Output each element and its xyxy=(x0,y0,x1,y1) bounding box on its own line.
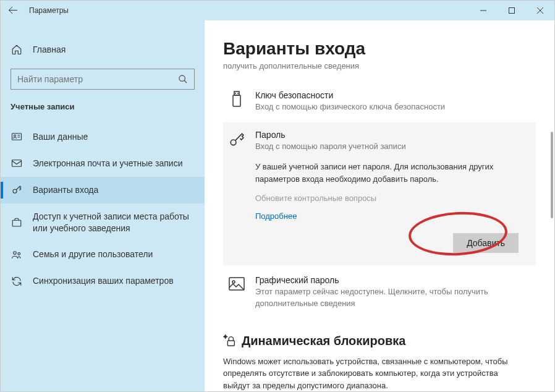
option-title: Графический пароль xyxy=(255,275,531,285)
sidebar-item-label: Семья и другие пользователи xyxy=(33,249,153,260)
svg-rect-1 xyxy=(509,8,515,14)
option-picture-password[interactable]: Графический пароль Этот параметр сейчас … xyxy=(223,268,536,316)
sidebar-section-header: Учетные записи xyxy=(1,90,205,116)
usb-icon xyxy=(228,90,245,108)
svg-rect-12 xyxy=(12,220,21,226)
option-password[interactable]: Пароль Вход с помощью пароля учетной зап… xyxy=(223,122,536,265)
people-icon xyxy=(11,249,23,260)
sidebar-item-label: Синхронизация ваших параметров xyxy=(33,275,174,287)
option-security-key[interactable]: Ключ безопасности Вход с помощью физичес… xyxy=(223,83,536,120)
person-card-icon xyxy=(11,131,23,142)
option-title: Пароль xyxy=(255,130,531,140)
svg-point-13 xyxy=(14,252,17,255)
svg-point-7 xyxy=(14,135,16,137)
mail-icon xyxy=(11,158,23,169)
sidebar-item-label: Электронная почта и учетные записи xyxy=(33,158,182,169)
svg-point-4 xyxy=(179,75,185,81)
close-icon xyxy=(537,7,543,14)
sync-icon xyxy=(11,276,23,287)
sidebar-item-email[interactable]: Электронная почта и учетные записи xyxy=(1,150,205,177)
sidebar-item-label: Ваши данные xyxy=(33,131,88,143)
option-disabled-text: Обновите контрольные вопросы xyxy=(255,194,531,203)
key-icon xyxy=(11,184,23,195)
lock-sparkle-icon xyxy=(223,334,237,347)
svg-rect-15 xyxy=(234,92,239,95)
home-icon xyxy=(11,44,23,55)
sidebar-item-family[interactable]: Семья и другие пользователи xyxy=(1,241,205,268)
home-button[interactable]: Главная xyxy=(1,38,205,61)
briefcase-icon xyxy=(11,217,23,228)
svg-point-19 xyxy=(231,140,236,145)
maximize-button[interactable] xyxy=(498,1,526,20)
option-desc: Вход с помощью физического ключа безопас… xyxy=(255,101,531,113)
search-input[interactable] xyxy=(17,74,178,84)
home-label: Главная xyxy=(33,45,66,54)
window-title: Параметры xyxy=(29,6,69,15)
sidebar-item-label: Варианты входа xyxy=(33,184,98,196)
page-title: Варианты входа xyxy=(223,39,536,59)
option-desc: Этот параметр сейчас недоступен. Щелкнит… xyxy=(255,286,531,309)
learn-more-link[interactable]: Подробнее xyxy=(255,211,531,221)
search-icon xyxy=(178,74,188,84)
back-button[interactable]: 🡠 xyxy=(8,5,18,16)
svg-point-21 xyxy=(232,281,235,283)
sidebar-item-label: Доступ к учетной записи места работы или… xyxy=(33,211,195,234)
svg-point-11 xyxy=(13,189,17,193)
dynamic-lock-desc: Windows может использовать устройства, с… xyxy=(223,356,520,391)
sidebar-item-your-info[interactable]: Ваши данные xyxy=(1,124,205,150)
option-detail: У вашей учетной записи нет пароля. Для и… xyxy=(255,161,531,185)
sidebar-item-signin-options[interactable]: Варианты входа xyxy=(1,177,205,203)
page-subtitle: получить дополнительные сведения xyxy=(223,61,536,70)
option-title: Ключ безопасности xyxy=(255,90,531,100)
close-button[interactable] xyxy=(526,1,554,20)
dynamic-lock-title: Динамическая блокировка xyxy=(223,334,536,348)
add-button[interactable]: Добавить xyxy=(453,233,519,253)
scrollbar-thumb[interactable] xyxy=(551,132,553,218)
sidebar: Главная Учетные записи Ваши данные Элект… xyxy=(1,20,205,391)
picture-icon xyxy=(228,275,245,292)
search-box[interactable] xyxy=(11,69,195,90)
scrollbar[interactable] xyxy=(551,132,553,379)
svg-rect-10 xyxy=(12,160,22,167)
svg-rect-22 xyxy=(227,341,234,346)
sidebar-item-sync[interactable]: Синхронизация ваших параметров xyxy=(1,268,205,294)
option-desc: Вход с помощью пароля учетной записи xyxy=(255,141,531,152)
key-icon xyxy=(228,131,245,148)
minimize-button[interactable] xyxy=(469,1,498,20)
minimize-icon xyxy=(480,7,486,14)
svg-line-5 xyxy=(184,80,187,83)
main-content: Варианты входа получить дополнительные с… xyxy=(205,20,554,391)
maximize-icon xyxy=(509,7,515,14)
svg-rect-6 xyxy=(12,134,22,140)
sidebar-item-work-access[interactable]: Доступ к учетной записи места работы или… xyxy=(1,203,205,242)
svg-rect-16 xyxy=(233,95,240,106)
svg-point-14 xyxy=(18,253,20,255)
